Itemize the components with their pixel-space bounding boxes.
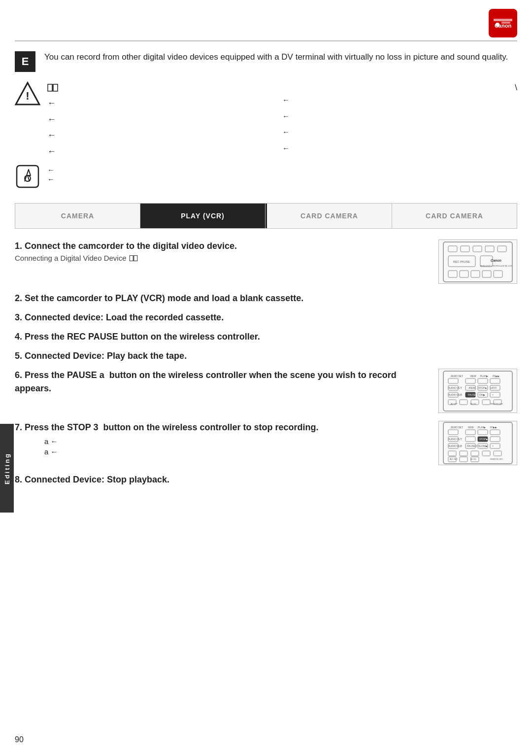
canon-logo-icon: Canon: [489, 9, 517, 37]
tab-card-camera-2[interactable]: CARD CAMERA: [392, 204, 517, 228]
svg-rect-17: [461, 246, 469, 252]
svg-rect-8: [53, 84, 58, 91]
svg-rect-27: [482, 271, 491, 277]
svg-rect-85: [490, 444, 500, 448]
svg-rect-69: [448, 430, 458, 435]
step-6-row: 6. Press the PAUSE a button on the wirel…: [15, 369, 517, 413]
svg-rect-28: [494, 271, 502, 277]
svg-text:STOP■: STOP■: [479, 438, 488, 441]
svg-rect-3: [496, 23, 499, 27]
step-1-row: 1. Connect the camcorder to the digital …: [15, 240, 517, 284]
svg-text:ZERO SET: ZERO SET: [451, 426, 463, 429]
arrow-line-4: ←: [47, 144, 282, 159]
e-section: E You can record from other digital vide…: [15, 50, 517, 72]
svg-rect-7: [48, 84, 52, 91]
svg-text:WIRELESS CONTROLLER WL-D79: WIRELESS CONTROLLER WL-D79: [480, 265, 513, 267]
svg-rect-20: [498, 246, 506, 252]
svg-rect-75: [466, 437, 475, 442]
svg-text:REC PAUSE: REC PAUSE: [453, 260, 470, 263]
svg-text:!: !: [26, 90, 29, 102]
svg-rect-38: [478, 378, 488, 383]
step-1-text: 1. Connect the camcorder to the digital …: [15, 240, 431, 262]
svg-rect-59: [482, 400, 490, 405]
svg-text:AUDIO OUT: AUDIO OUT: [448, 438, 462, 441]
svg-text:AV1·SET: AV1·SET: [450, 458, 458, 460]
step-2: 2. Set the camcorder to PLAY (VCR) mode …: [15, 292, 517, 305]
step-4: 4. Press the REC PAUSE button on the wir…: [15, 330, 517, 344]
svg-text:REMOTE SET: REMOTE SET: [490, 458, 503, 460]
svg-rect-87: [448, 451, 456, 456]
svg-rect-13: [133, 255, 137, 261]
svg-rect-16: [448, 246, 457, 252]
note-icon: [15, 164, 40, 191]
svg-text:+/FFF: +/FFF: [490, 386, 497, 389]
svg-rect-36: [448, 378, 458, 383]
svg-text:FF▶▶: FF▶▶: [493, 375, 499, 378]
svg-text:FF▶▶: FF▶▶: [490, 426, 497, 429]
svg-text:PLAY▶: PLAY▶: [478, 426, 486, 429]
svg-rect-88: [460, 451, 467, 456]
top-divider: [15, 40, 517, 41]
arrow-line-3: ←: [47, 128, 282, 143]
step-6-image: ZERO SET REW PLAY▶ FF▶▶ AUDIO OUT -/REW …: [438, 369, 517, 413]
svg-rect-12: [130, 255, 133, 261]
step-7-row: 7. Press the STOP 3 button on the wirele…: [15, 421, 517, 465]
page-number: 90: [15, 735, 24, 744]
warning-icon: !: [15, 81, 40, 108]
svg-rect-90: [482, 451, 490, 456]
page-container: Canon E You can record from other digita…: [0, 0, 532, 756]
svg-rect-26: [471, 271, 480, 277]
svg-rect-4: [501, 22, 510, 24]
svg-rect-2: [494, 19, 512, 21]
svg-text:AV·DV: AV·DV: [470, 458, 476, 460]
step-1-sub: Connecting a Digital Video Device: [15, 254, 431, 262]
step-6-title: 6. Press the PAUSE a button on the wirel…: [15, 369, 431, 395]
steps-content: 1. Connect the camcorder to the digital …: [15, 240, 517, 486]
tab-play-vcr[interactable]: PLAY (VCR): [140, 204, 266, 228]
svg-text:ZERO SET: ZERO SET: [451, 375, 463, 378]
svg-rect-72: [490, 430, 500, 435]
e-label: E: [15, 51, 35, 72]
editing-sidebar-label: Editing: [0, 424, 14, 513]
svg-rect-19: [485, 246, 494, 252]
backslash-1: \: [515, 83, 517, 93]
tab-card-camera-1[interactable]: CARD CAMERA: [267, 204, 392, 228]
step-3: 3. Connected device: Load the recorded c…: [15, 311, 517, 324]
svg-rect-37: [466, 378, 475, 383]
svg-text:ON▶: ON▶: [479, 393, 485, 396]
step-1-image: REC PAUSE Canon WIRELESS CONTROLLER WL-D…: [438, 240, 517, 284]
svg-rect-71: [478, 430, 488, 435]
svg-text:SLOW▶: SLOW▶: [478, 445, 488, 447]
intro-text: You can record from other digital video …: [44, 50, 508, 64]
step1-book-icon: [129, 255, 138, 262]
step-5: 5. Connected Device: Play back the tape.: [15, 349, 517, 363]
note-block: ← ←: [15, 164, 517, 191]
svg-text:AV·SET: AV·SET: [451, 403, 458, 405]
a-arrow-1: a ←: [44, 437, 431, 446]
svg-rect-25: [460, 271, 468, 277]
step-8: 8. Connected Device: Stop playback.: [15, 473, 517, 486]
svg-rect-89: [471, 451, 479, 456]
svg-rect-70: [466, 430, 475, 435]
svg-text:PLAY▶: PLAY▶: [480, 375, 488, 378]
a-arrow-2: a ←: [44, 447, 431, 456]
svg-text:×: ×: [492, 445, 494, 447]
svg-text:REW: REW: [468, 426, 474, 429]
step-7-image: ZERO SET REW PLAY▶ FF▶▶ AUDIO OUT STOP■ …: [438, 421, 517, 465]
svg-text:PAUSE II: PAUSE II: [468, 393, 478, 396]
svg-text:PAUSE II: PAUSE II: [467, 445, 477, 447]
arrow-line-1: ←: [47, 96, 282, 111]
svg-rect-78: [490, 437, 500, 442]
svg-text:AUDIO DUB: AUDIO DUB: [448, 393, 462, 396]
svg-text:AUDIO OUT: AUDIO OUT: [448, 386, 462, 389]
svg-rect-57: [460, 400, 467, 405]
mode-tabs: CAMERA PLAY (VCR) CARD CAMERA CARD CAMER…: [15, 203, 517, 229]
svg-text:Canon: Canon: [491, 259, 501, 262]
svg-text:AUDIO DUB: AUDIO DUB: [448, 445, 462, 447]
svg-rect-39: [490, 378, 500, 383]
top-bar: Canon: [0, 0, 532, 40]
tab-camera[interactable]: CAMERA: [15, 204, 140, 228]
note-arrows: ← ←: [47, 166, 55, 183]
svg-text:AV·DV: AV·DV: [470, 403, 476, 405]
svg-text:REMOTE SET: REMOTE SET: [490, 403, 503, 405]
